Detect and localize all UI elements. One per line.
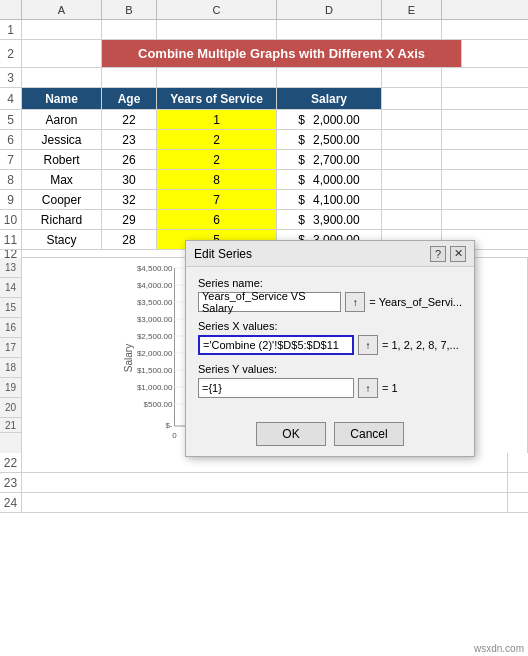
cell-1d[interactable] [157,20,277,39]
cell-8e[interactable]: $4,000.00 [277,170,382,189]
cell-7f[interactable] [382,150,442,169]
cell-10f[interactable] [382,210,442,229]
row-num-9: 9 [0,190,22,209]
dialog-close-button[interactable]: ✕ [450,246,466,262]
cell-10c[interactable]: 29 [102,210,157,229]
dialog-titlebar: Edit Series ? ✕ [186,241,474,267]
row-num-11: 11 [0,230,22,249]
cell-5d[interactable]: 1 [157,110,277,129]
cell-11c[interactable]: 28 [102,230,157,249]
cancel-button[interactable]: Cancel [334,422,404,446]
series-y-expand-btn[interactable]: ↑ [358,378,378,398]
ok-button[interactable]: OK [256,422,326,446]
row-23: 23 [0,473,528,493]
row-numbers-chart: 13 14 15 16 17 18 19 20 21 [0,258,22,453]
row-7: 7 Robert 26 2 $2,700.00 [0,150,528,170]
series-name-expand-btn[interactable]: ↑ [345,292,365,312]
cell-1e[interactable] [277,20,382,39]
col-header-a: A [22,0,102,19]
cell-11b[interactable]: Stacy [22,230,102,249]
cell-3e[interactable] [277,68,382,87]
cell-9e[interactable]: $4,100.00 [277,190,382,209]
cell-10e[interactable]: $3,900.00 [277,210,382,229]
series-name-row: Years_of_Service VS Salary ↑ = Years_of_… [198,292,462,312]
series-name-field: Series name: Years_of_Service VS Salary … [198,277,462,312]
rn-13: 13 [0,258,21,278]
cell-9d[interactable]: 7 [157,190,277,209]
svg-text:$2,500.00: $2,500.00 [137,332,173,341]
row-num-4: 4 [0,88,22,109]
series-x-input[interactable] [198,335,354,355]
rn-20: 20 [0,398,21,418]
series-name-input[interactable]: Years_of_Service VS Salary [198,292,341,312]
column-headers: A B C D E [0,0,528,20]
cell-5b[interactable]: Aaron [22,110,102,129]
series-y-row: ={1} ↑ = 1 [198,378,462,398]
row-num-12: 12 [0,250,22,258]
row-1: 1 [0,20,528,40]
dialog-body: Series name: Years_of_Service VS Salary … [186,267,474,416]
row-5: 5 Aaron 22 1 $2,000.00 [0,110,528,130]
cell-7d[interactable]: 2 [157,150,277,169]
cell-1c[interactable] [102,20,157,39]
cell-1f[interactable] [382,20,442,39]
dialog-title: Edit Series [194,247,252,261]
series-x-label: Series X values: [198,320,462,332]
cell-3b[interactable] [22,68,102,87]
cell-5c[interactable]: 22 [102,110,157,129]
cell-1b[interactable] [22,20,102,39]
cell-2b[interactable] [22,40,102,67]
cell-9b[interactable]: Cooper [22,190,102,209]
svg-text:$3,000.00: $3,000.00 [137,315,173,324]
cell-8b[interactable]: Max [22,170,102,189]
cell-9f[interactable] [382,190,442,209]
cell-10b[interactable]: Richard [22,210,102,229]
svg-text:$-: $- [165,421,172,430]
row-num-7: 7 [0,150,22,169]
cell-6d[interactable]: 2 [157,130,277,149]
cell-4f[interactable] [382,88,442,109]
cell-8d[interactable]: 8 [157,170,277,189]
cell-9c[interactable]: 32 [102,190,157,209]
edit-series-dialog: Edit Series ? ✕ Series name: Years_of_Se… [185,240,475,457]
row-num-10: 10 [0,210,22,229]
cell-6c[interactable]: 23 [102,130,157,149]
cell-24 [22,493,508,512]
rn-17: 17 [0,338,21,358]
series-x-expand-btn[interactable]: ↑ [358,335,378,355]
cell-3f[interactable] [382,68,442,87]
cell-8c[interactable]: 30 [102,170,157,189]
series-y-input[interactable]: ={1} [198,378,354,398]
header-name: Name [22,88,102,109]
series-x-row: ↑ = 1, 2, 2, 8, 7,... [198,335,462,355]
row-num-1: 1 [0,20,22,39]
row-num-24: 24 [0,493,22,512]
cell-5f[interactable] [382,110,442,129]
svg-text:$1,000.00: $1,000.00 [137,383,173,392]
cell-7b[interactable]: Robert [22,150,102,169]
cell-8f[interactable] [382,170,442,189]
cell-6b[interactable]: Jessica [22,130,102,149]
series-x-field: Series X values: ↑ = 1, 2, 2, 8, 7,... [198,320,462,355]
rn-14: 14 [0,278,21,298]
row-num-5: 5 [0,110,22,129]
rn-18: 18 [0,358,21,378]
dialog-question-button[interactable]: ? [430,246,446,262]
cell-3c[interactable] [102,68,157,87]
row-10: 10 Richard 29 6 $3,900.00 [0,210,528,230]
svg-text:0: 0 [172,431,177,440]
header-salary: Salary [277,88,382,109]
rn-16: 16 [0,318,21,338]
cell-10d[interactable]: 6 [157,210,277,229]
cell-7e[interactable]: $2,700.00 [277,150,382,169]
cell-7c[interactable]: 26 [102,150,157,169]
svg-text:$3,500.00: $3,500.00 [137,298,173,307]
cell-3d[interactable] [157,68,277,87]
row-9: 9 Cooper 32 7 $4,100.00 [0,190,528,210]
series-y-field: Series Y values: ={1} ↑ = 1 [198,363,462,398]
cell-6e[interactable]: $2,500.00 [277,130,382,149]
cell-23 [22,473,508,492]
row-num-22: 22 [0,453,22,472]
cell-6f[interactable] [382,130,442,149]
cell-5e[interactable]: $2,000.00 [277,110,382,129]
